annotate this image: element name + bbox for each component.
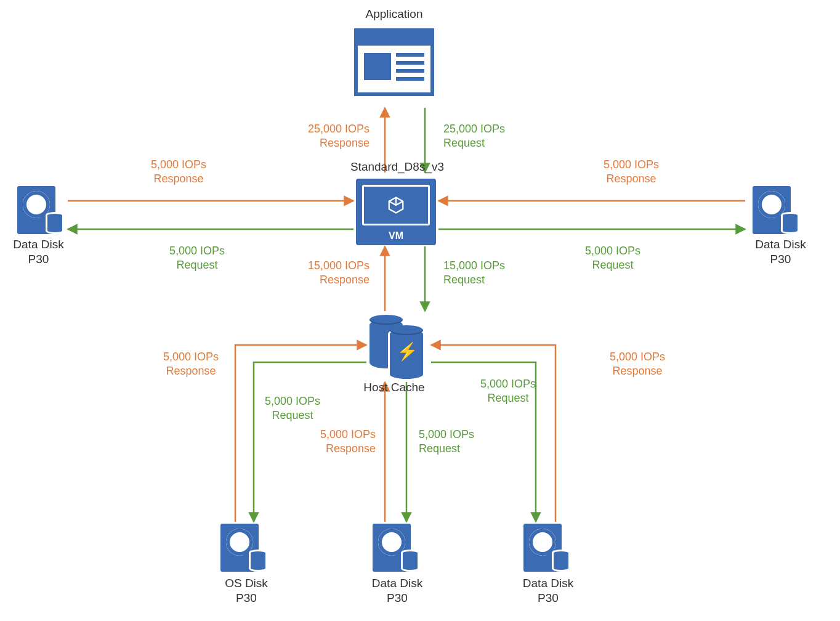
hc-mid-req: 5,000 IOPs Request bbox=[419, 428, 511, 455]
right-disk-icon bbox=[753, 186, 799, 234]
left-disk-label2: P30 bbox=[0, 253, 77, 266]
vm-inside-label: VM bbox=[356, 230, 436, 242]
os-disk-label2: P30 bbox=[197, 591, 296, 605]
application-icon bbox=[354, 28, 434, 96]
bottom-data1-label1: Data Disk bbox=[348, 577, 446, 590]
host-cache-label: Host Cache bbox=[333, 381, 456, 394]
left-disk-label1: Data Disk bbox=[0, 238, 77, 251]
left-response-label: 5,000 IOPs Response bbox=[123, 158, 234, 185]
hc-right-resp: 5,000 IOPs Response bbox=[591, 350, 684, 378]
app-request-label: 25,000 IOPs Request bbox=[443, 122, 536, 150]
hc-left-req: 5,000 IOPs Request bbox=[246, 394, 339, 422]
vm-top-label: Standard_D8s_v3 bbox=[320, 160, 474, 174]
os-disk-label1: OS Disk bbox=[197, 577, 296, 590]
hc-right-req: 5,000 IOPs Request bbox=[462, 377, 554, 405]
cache-response-label: 15,000 IOPs Response bbox=[277, 259, 370, 286]
right-disk-label1: Data Disk bbox=[739, 238, 822, 251]
bottom-data2-label1: Data Disk bbox=[499, 577, 597, 590]
hc-left-resp: 5,000 IOPs Response bbox=[145, 350, 237, 378]
right-request-label: 5,000 IOPs Request bbox=[557, 244, 668, 272]
bottom-data2-icon bbox=[523, 524, 570, 572]
os-disk-icon bbox=[220, 524, 267, 572]
cache-request-label: 15,000 IOPs Request bbox=[443, 259, 536, 286]
app-response-label: 25,000 IOPs Response bbox=[277, 122, 370, 150]
right-disk-label2: P30 bbox=[739, 253, 822, 266]
bottom-data1-icon bbox=[373, 524, 419, 572]
bottom-data2-label2: P30 bbox=[499, 591, 597, 605]
host-cache-icon: ⚡ bbox=[370, 314, 431, 376]
lightning-icon: ⚡ bbox=[397, 341, 418, 362]
bottom-data1-label2: P30 bbox=[348, 591, 446, 605]
left-request-label: 5,000 IOPs Request bbox=[142, 244, 252, 272]
hc-mid-resp: 5,000 IOPs Response bbox=[283, 428, 376, 455]
right-response-label: 5,000 IOPs Response bbox=[576, 158, 687, 185]
left-disk-icon bbox=[17, 186, 64, 234]
vm-icon: VM bbox=[356, 179, 436, 245]
application-label: Application bbox=[333, 7, 456, 21]
